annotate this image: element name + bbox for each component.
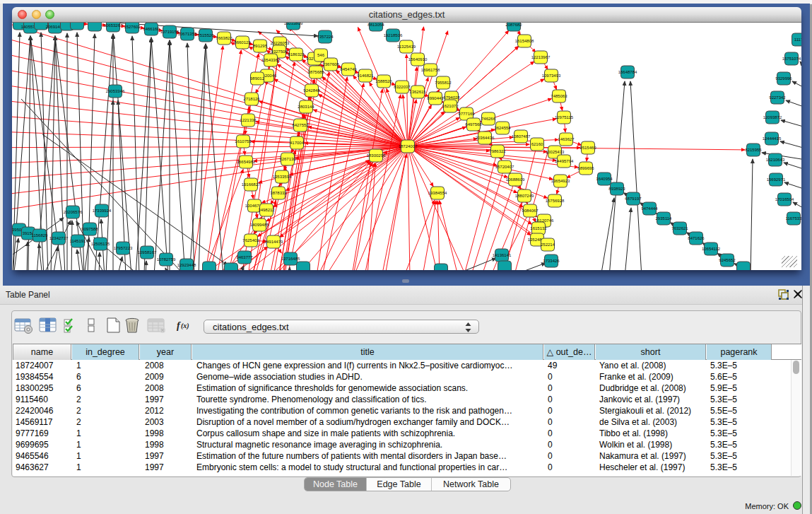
svg-text:9146821: 9146821 — [357, 74, 374, 78]
svg-text:12093872: 12093872 — [763, 115, 782, 119]
svg-text:2803144: 2803144 — [298, 105, 314, 109]
svg-text:10807487: 10807487 — [512, 134, 531, 139]
svg-text:1621072: 1621072 — [442, 104, 459, 108]
svg-text:10653267: 10653267 — [104, 23, 123, 28]
svg-text:9084067: 9084067 — [522, 209, 539, 213]
svg-text:9515460: 9515460 — [579, 146, 596, 150]
svg-text:1640954: 1640954 — [596, 177, 613, 181]
svg-text:8471626: 8471626 — [688, 236, 705, 240]
svg-text:15720407: 15720407 — [495, 165, 514, 169]
svg-text:1610755: 1610755 — [235, 139, 252, 144]
svg-text:3624554: 3624554 — [494, 126, 511, 130]
svg-text:2935114: 2935114 — [656, 216, 673, 221]
svg-text:16648784: 16648784 — [618, 70, 637, 74]
svg-text:16033809: 16033809 — [284, 23, 303, 25]
svg-text:29053346: 29053346 — [106, 89, 125, 93]
svg-text:17016504: 17016504 — [775, 197, 794, 201]
svg-text:746266: 746266 — [481, 117, 496, 121]
svg-text:417004: 417004 — [290, 141, 305, 145]
svg-text:546: 546 — [317, 53, 325, 57]
svg-text:15692971: 15692971 — [767, 177, 786, 182]
svg-text:13654923: 13654923 — [551, 179, 570, 183]
svg-text:8186323: 8186323 — [288, 52, 305, 57]
svg-text:1615132: 1615132 — [530, 226, 547, 230]
svg-text:1156829: 1156829 — [32, 233, 49, 238]
svg-text:2087682: 2087682 — [505, 23, 522, 27]
svg-text:989012: 989012 — [250, 76, 265, 81]
svg-text:16654982: 16654982 — [237, 160, 256, 164]
svg-text:7955812: 7955812 — [435, 81, 452, 85]
svg-text:15756928: 15756928 — [546, 199, 565, 203]
svg-text:9327506: 9327506 — [271, 49, 288, 54]
svg-text:1527602: 1527602 — [124, 25, 141, 29]
svg-text:252214: 252214 — [541, 243, 555, 247]
svg-text:17339924: 17339924 — [93, 209, 112, 213]
svg-text:16210643: 16210643 — [766, 158, 785, 162]
svg-text:1167533: 1167533 — [786, 216, 801, 221]
svg-text:10688609: 10688609 — [506, 177, 525, 182]
svg-text:2367608: 2367608 — [322, 62, 339, 66]
svg-text:10543362: 10543362 — [261, 58, 281, 62]
svg-text:12342737: 12342737 — [49, 236, 69, 240]
svg-text:10025433: 10025433 — [546, 150, 565, 154]
svg-text:6497568: 6497568 — [465, 122, 482, 127]
svg-text:1145191: 1145191 — [70, 239, 87, 243]
svg-text:11325419: 11325419 — [397, 45, 416, 49]
svg-text:16961758: 16961758 — [421, 68, 440, 72]
svg-text:8660123: 8660123 — [234, 40, 251, 45]
svg-text:8938923: 8938923 — [608, 187, 625, 191]
svg-text:9097588: 9097588 — [81, 227, 98, 231]
svg-text:1733426: 1733426 — [543, 259, 560, 263]
svg-text:19166827: 19166827 — [242, 182, 261, 187]
svg-text:20364436: 20364436 — [476, 136, 495, 140]
svg-text:15751074: 15751074 — [782, 57, 801, 61]
svg-text:9777169: 9777169 — [458, 112, 475, 116]
svg-text:9245652: 9245652 — [719, 258, 736, 262]
svg-text:2718126: 2718126 — [243, 97, 260, 101]
svg-text:3875685: 3875685 — [307, 70, 324, 74]
svg-text:12213967: 12213967 — [531, 55, 551, 59]
svg-text:3878332: 3878332 — [270, 191, 287, 195]
svg-text:891295: 891295 — [253, 44, 268, 48]
svg-text:1221336: 1221336 — [240, 118, 257, 122]
svg-text:1362615: 1362615 — [409, 90, 426, 94]
svg-text:7625402: 7625402 — [242, 238, 259, 243]
svg-text:14914479: 14914479 — [264, 240, 283, 244]
svg-text:6879197: 6879197 — [625, 197, 642, 201]
svg-text:13716485: 13716485 — [281, 257, 300, 261]
svg-text:10782759: 10782759 — [157, 257, 176, 262]
svg-text:3267130: 3267130 — [279, 157, 296, 161]
svg-text:13533594: 13533594 — [273, 175, 292, 179]
svg-text:7632621: 7632621 — [671, 226, 688, 230]
svg-text:1463627: 1463627 — [558, 137, 575, 141]
svg-text:18807249: 18807249 — [515, 194, 534, 198]
svg-text:6899695: 6899695 — [577, 166, 594, 170]
svg-text:7485063: 7485063 — [551, 94, 567, 98]
svg-text:9474444: 9474444 — [641, 206, 658, 211]
svg-text:19384554: 19384554 — [428, 191, 447, 195]
svg-text:12505135: 12505135 — [91, 242, 110, 246]
svg-text:9463777: 9463777 — [236, 255, 253, 259]
svg-text:16154808: 16154808 — [515, 39, 534, 43]
svg-text:14136141: 14136141 — [493, 253, 512, 257]
svg-text:8454749: 8454749 — [340, 67, 357, 71]
svg-text:19218506: 19218506 — [384, 33, 403, 37]
svg-text:62160: 62160 — [531, 142, 543, 146]
svg-text:8990443: 8990443 — [427, 96, 444, 100]
svg-text:3498212: 3498212 — [258, 208, 275, 212]
svg-text:1117: 1117 — [794, 37, 801, 42]
svg-text:7986322: 7986322 — [489, 149, 506, 153]
svg-text:8215955: 8215955 — [745, 148, 762, 152]
svg-text:18300295: 18300295 — [367, 153, 386, 158]
svg-text:17957223: 17957223 — [114, 246, 133, 250]
svg-text:14099485: 14099485 — [250, 223, 269, 227]
svg-text:8427552: 8427552 — [292, 123, 309, 127]
svg-text:7663822: 7663822 — [216, 36, 233, 40]
svg-text:23226053: 23226053 — [271, 41, 290, 45]
svg-text:10719155: 10719155 — [160, 30, 180, 34]
svg-text:6466160: 6466160 — [143, 27, 160, 31]
svg-text:14495794: 14495794 — [555, 159, 574, 163]
svg-text:12975115: 12975115 — [555, 115, 574, 119]
svg-text:7357224: 7357224 — [317, 35, 334, 39]
svg-text:12923448: 12923448 — [177, 263, 196, 267]
